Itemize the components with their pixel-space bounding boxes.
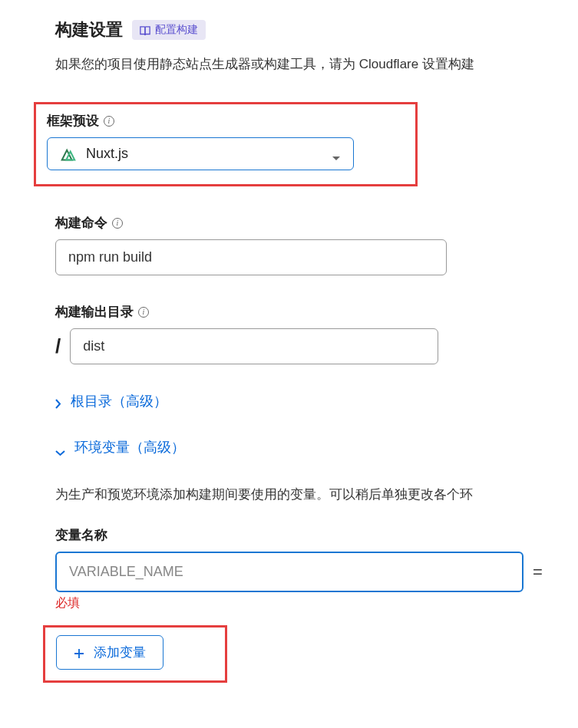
add-variable-label: 添加变量 <box>94 644 146 661</box>
framework-select[interactable]: Nuxt.js <box>47 137 354 170</box>
env-vars-collapsible[interactable]: 环境变量（高级） <box>55 438 578 456</box>
output-dir-label: 构建输出目录 <box>55 303 134 321</box>
build-description: 如果您的项目使用静态站点生成器或构建工具，请为 Cloudflare 设置构建 <box>55 54 578 74</box>
chevron-down-icon <box>55 444 65 450</box>
equals-sign: = <box>533 562 543 582</box>
chevron-down-icon <box>332 151 341 157</box>
framework-value: Nuxt.js <box>86 146 128 162</box>
info-icon[interactable]: i <box>112 218 123 229</box>
framework-highlight: 框架预设 i Nuxt.js <box>34 102 418 186</box>
build-command-label: 构建命令 <box>55 214 107 232</box>
var-name-label: 变量名称 <box>55 526 578 544</box>
badge-label: 配置构建 <box>155 23 198 37</box>
required-error: 必填 <box>55 595 578 611</box>
variable-name-input[interactable] <box>55 552 524 592</box>
env-vars-label: 环境变量（高级） <box>74 438 185 456</box>
nuxt-icon <box>60 147 77 161</box>
page-title: 构建设置 <box>55 18 123 41</box>
chevron-right-icon <box>55 397 61 407</box>
config-build-badge[interactable]: 配置构建 <box>132 20 206 40</box>
build-command-input[interactable] <box>55 239 447 275</box>
output-dir-input[interactable] <box>70 328 438 364</box>
info-icon[interactable]: i <box>138 307 149 318</box>
book-icon <box>140 25 150 35</box>
root-dir-collapsible[interactable]: 根目录（高级） <box>55 392 578 410</box>
framework-label: 框架预设 <box>47 112 99 130</box>
root-dir-label: 根目录（高级） <box>71 392 167 410</box>
path-prefix: / <box>55 334 61 358</box>
env-vars-description: 为生产和预览环境添加构建期间要使用的变量。可以稍后单独更改各个环 <box>55 484 578 505</box>
info-icon[interactable]: i <box>104 116 114 127</box>
plus-icon <box>74 647 84 658</box>
add-variable-button[interactable]: 添加变量 <box>56 635 163 670</box>
add-var-highlight: 添加变量 <box>43 625 227 683</box>
